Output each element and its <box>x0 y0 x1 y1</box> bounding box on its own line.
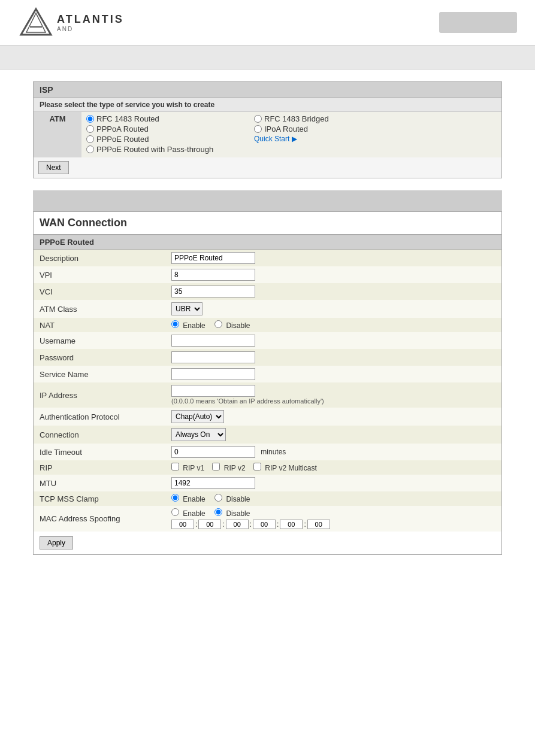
tcp-mss-disable-label[interactable]: Disable <box>214 495 250 503</box>
header: ATLANTIS AND <box>0 0 535 45</box>
mac-spoofing-disable-radio[interactable] <box>214 508 222 516</box>
service-name-input[interactable] <box>171 368 255 380</box>
field-label-connection: Connection <box>34 426 165 444</box>
vpi-input[interactable] <box>171 269 255 281</box>
table-row: Username <box>34 332 501 349</box>
field-label-description: Description <box>34 250 165 266</box>
mtu-input[interactable] <box>171 477 255 489</box>
field-label-ip-address: IP Address <box>34 382 165 408</box>
table-row: Connection Always On On Demand Manual <box>34 426 501 444</box>
mac-spoofing-enable-radio[interactable] <box>171 508 179 516</box>
field-value-auth-protocol: Chap(Auto) PAP CHAP <box>165 408 501 426</box>
table-row: VCI <box>34 283 501 300</box>
isp-option-pppoerouted[interactable]: PPPoE Routed <box>86 135 244 144</box>
isp-next-button-row: Next <box>34 157 501 178</box>
field-label-auth-protocol: Authentication Protocol <box>34 408 165 426</box>
nat-disable-label[interactable]: Disable <box>214 321 250 330</box>
header-right-box <box>439 12 517 33</box>
tcp-mss-disable-radio[interactable] <box>214 494 222 502</box>
wan-form-table: Description VPI VCI <box>34 250 501 532</box>
nat-disable-radio[interactable] <box>214 320 222 328</box>
svg-marker-1 <box>26 13 46 32</box>
table-row: NAT Enable Disable <box>34 318 501 332</box>
table-row: MAC Address Spoofing Enable Disable <box>34 506 501 532</box>
field-value-description <box>165 250 501 266</box>
field-value-connection: Always On On Demand Manual <box>165 426 501 444</box>
mac-octet-3-input[interactable] <box>226 520 249 529</box>
nav-bar <box>0 45 535 69</box>
mac-sep-3: : <box>250 520 252 529</box>
rip-v1-label[interactable]: RIP v1 <box>171 464 206 472</box>
logo-area: ATLANTIS AND <box>18 6 124 39</box>
isp-option-pppoeroutedpass[interactable]: PPPoE Routed with Pass-through <box>86 145 244 154</box>
mac-sep-2: : <box>222 520 224 529</box>
tcp-mss-enable-radio[interactable] <box>171 494 179 502</box>
mac-spoofing-disable-label[interactable]: Disable <box>214 509 250 518</box>
isp-title: ISP <box>34 82 501 98</box>
field-label-mtu: MTU <box>34 475 165 491</box>
tcp-mss-enable-label[interactable]: Enable <box>171 495 207 503</box>
mac-octet-6-input[interactable] <box>307 520 330 529</box>
username-input[interactable] <box>171 335 255 347</box>
nat-enable-radio[interactable] <box>171 320 179 328</box>
isp-option-ipoarouted[interactable]: IPoA Routed <box>254 125 497 133</box>
field-label-rip: RIP <box>34 460 165 475</box>
ip-address-input[interactable] <box>171 385 255 397</box>
rip-v2-checkbox[interactable] <box>212 463 220 470</box>
field-label-nat: NAT <box>34 318 165 332</box>
apply-button[interactable]: Apply <box>40 536 73 549</box>
table-row: VPI <box>34 266 501 283</box>
field-value-password <box>165 349 501 366</box>
atm-class-select[interactable]: UBR CBR VBR <box>171 302 202 315</box>
field-value-vpi <box>165 266 501 283</box>
mac-octet-5-input[interactable] <box>280 520 303 529</box>
quick-start-link[interactable]: Quick Start ▶ <box>254 135 297 143</box>
table-row: Description <box>34 250 501 266</box>
atm-label: ATM <box>34 112 81 157</box>
isp-option-rfc1483bridged[interactable]: RFC 1483 Bridged <box>254 114 497 123</box>
field-value-rip: RIP v1 RIP v2 RIP v2 Multicast <box>165 460 501 475</box>
logo-sub-text: AND <box>57 26 124 32</box>
next-button[interactable]: Next <box>38 161 69 174</box>
field-label-password: Password <box>34 349 165 366</box>
mac-spoofing-enable-label[interactable]: Enable <box>171 509 207 518</box>
connection-select[interactable]: Always On On Demand Manual <box>171 428 226 441</box>
field-label-service-name: Service Name <box>34 366 165 382</box>
wan-title: WAN Connection <box>34 212 501 235</box>
isp-options-table: ATM RFC 1483 Routed PPPoA Routed <box>34 112 501 157</box>
mac-octet-4-input[interactable] <box>253 520 276 529</box>
nat-enable-label[interactable]: Enable <box>171 321 207 330</box>
field-label-vpi: VPI <box>34 266 165 283</box>
field-label-mac-spoofing: MAC Address Spoofing <box>34 506 165 532</box>
field-label-atm-class: ATM Class <box>34 300 165 318</box>
apply-button-row: Apply <box>34 532 501 554</box>
field-value-atm-class: UBR CBR VBR <box>165 300 501 318</box>
vci-input[interactable] <box>171 286 255 297</box>
mac-octet-2-input[interactable] <box>198 520 221 529</box>
table-row: MTU <box>34 475 501 491</box>
isp-option-rfc1483routed[interactable]: RFC 1483 Routed <box>86 114 244 123</box>
arrow-right-icon: ▶ <box>292 135 297 143</box>
isp-left-options: RFC 1483 Routed PPPoA Routed PPPoE Route… <box>81 112 249 157</box>
rip-v2-multicast-label[interactable]: RIP v2 Multicast <box>253 464 317 472</box>
mac-sep-1: : <box>195 520 197 529</box>
rip-v2-multicast-checkbox[interactable] <box>253 463 261 470</box>
mac-octet-1-input[interactable] <box>171 520 194 529</box>
table-row: TCP MSS Clamp Enable Disable <box>34 491 501 506</box>
mac-sep-4: : <box>277 520 279 529</box>
isp-option-pppoarouted[interactable]: PPPoA Routed <box>86 125 244 133</box>
description-input[interactable] <box>171 252 255 264</box>
table-row: Service Name <box>34 366 501 382</box>
rip-v2-label[interactable]: RIP v2 <box>212 464 247 472</box>
field-value-idle-timeout: minutes <box>165 444 501 460</box>
field-value-service-name <box>165 366 501 382</box>
table-row: Password <box>34 349 501 366</box>
idle-timeout-input[interactable] <box>171 446 255 458</box>
field-value-tcp-mss-clamp: Enable Disable <box>165 491 501 506</box>
rip-v1-checkbox[interactable] <box>171 463 179 470</box>
password-input[interactable] <box>171 351 255 363</box>
quick-start-link-row[interactable]: Quick Start ▶ <box>254 135 497 143</box>
isp-section: ISP Please select the type of service yo… <box>33 81 502 178</box>
gray-divider <box>33 190 502 211</box>
auth-protocol-select[interactable]: Chap(Auto) PAP CHAP <box>171 410 224 423</box>
